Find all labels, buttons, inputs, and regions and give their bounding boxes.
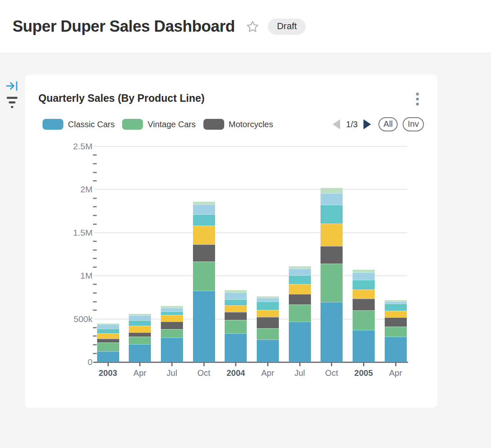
- bar-segment[interactable]: [321, 302, 343, 362]
- y-minor-tick: [93, 180, 97, 181]
- bar-segment[interactable]: [129, 315, 151, 321]
- x-axis-label: 2004: [226, 368, 245, 378]
- bar-segment[interactable]: [193, 262, 215, 291]
- bar-segment[interactable]: [161, 308, 183, 312]
- bar-segment[interactable]: [193, 214, 215, 226]
- bar-segment[interactable]: [353, 272, 375, 280]
- bar-segment[interactable]: [193, 226, 215, 244]
- bar-segment[interactable]: [97, 339, 119, 343]
- bar-segment[interactable]: [289, 294, 311, 305]
- bar-segment[interactable]: [161, 322, 183, 329]
- bar-segment[interactable]: [385, 304, 407, 310]
- bar-segment[interactable]: [97, 324, 119, 329]
- bar-segment[interactable]: [353, 289, 375, 299]
- bar-segment[interactable]: [97, 351, 119, 362]
- y-gridline: [94, 232, 407, 233]
- x-axis-tick: [235, 363, 236, 366]
- bar-segment[interactable]: [353, 310, 375, 330]
- bar-segment[interactable]: [129, 314, 151, 315]
- bar-segment[interactable]: [321, 205, 343, 224]
- bar-segment[interactable]: [385, 317, 407, 327]
- bar-segment[interactable]: [321, 246, 343, 264]
- bar-segment[interactable]: [353, 330, 375, 362]
- bar-segment[interactable]: [257, 340, 279, 362]
- bar-segment[interactable]: [257, 310, 279, 317]
- bar-segment[interactable]: [129, 337, 151, 344]
- bar-segment[interactable]: [225, 300, 247, 305]
- filter-button[interactable]: [5, 96, 19, 109]
- bar-segment[interactable]: [129, 320, 151, 326]
- bar-segment[interactable]: [97, 329, 119, 333]
- y-minor-tick: [93, 258, 97, 259]
- bar-segment[interactable]: [225, 305, 247, 312]
- y-minor-tick: [93, 353, 97, 354]
- bar-segment[interactable]: [257, 317, 279, 328]
- y-axis-label: 0: [25, 357, 93, 367]
- bar-segment[interactable]: [321, 264, 343, 302]
- bar-segment[interactable]: [289, 284, 311, 294]
- bar-segment[interactable]: [289, 305, 311, 322]
- bar-segment[interactable]: [353, 269, 375, 273]
- bar-segment[interactable]: [289, 269, 311, 275]
- x-axis-label: Apr: [261, 368, 274, 378]
- x-axis-tick: [299, 363, 301, 366]
- bar-segment[interactable]: [97, 342, 119, 351]
- bar-segment[interactable]: [321, 224, 343, 246]
- bar-segment[interactable]: [353, 280, 375, 289]
- bar-segment[interactable]: [225, 312, 247, 320]
- page-header: Super Duper Sales Dashboard Draft: [0, 0, 491, 53]
- bar-segment[interactable]: [385, 311, 407, 318]
- x-axis-label: Apr: [389, 368, 402, 378]
- bar-segment[interactable]: [321, 193, 343, 204]
- filter-lines-icon: [6, 96, 18, 109]
- bar-segment[interactable]: [289, 322, 311, 362]
- bar-segment[interactable]: [289, 275, 311, 284]
- y-minor-tick: [93, 284, 97, 285]
- y-axis-label: 1.5M: [25, 227, 93, 238]
- bar-segment[interactable]: [385, 302, 407, 304]
- bar-segment[interactable]: [289, 266, 311, 269]
- y-minor-tick: [93, 292, 97, 294]
- bar-segment[interactable]: [257, 302, 279, 310]
- y-minor-tick: [93, 154, 97, 156]
- bar-segment[interactable]: [385, 327, 407, 337]
- bar-segment[interactable]: [193, 201, 215, 204]
- status-badge[interactable]: Draft: [268, 19, 306, 35]
- bar-segment[interactable]: [161, 306, 183, 308]
- y-minor-tick: [93, 335, 97, 337]
- bar-segment[interactable]: [385, 337, 407, 362]
- bar-segment[interactable]: [129, 344, 151, 362]
- expand-filter-bar-button[interactable]: [5, 79, 19, 93]
- x-axis-tick: [331, 363, 332, 366]
- bar-segment[interactable]: [193, 244, 215, 262]
- bar-segment[interactable]: [193, 291, 215, 362]
- bar-segment[interactable]: [385, 300, 407, 302]
- bar-segment[interactable]: [161, 312, 183, 315]
- favorite-star-button[interactable]: [246, 20, 260, 33]
- x-axis-tick: [108, 363, 109, 366]
- bar-segment[interactable]: [257, 298, 279, 302]
- bar-segment[interactable]: [193, 204, 215, 214]
- bar-segment[interactable]: [97, 323, 119, 324]
- y-axis-label: 500k: [25, 314, 93, 325]
- bar-segment[interactable]: [161, 315, 183, 322]
- bar-segment[interactable]: [161, 329, 183, 337]
- bar-segment[interactable]: [129, 332, 151, 337]
- bar-segment[interactable]: [129, 326, 151, 332]
- bar-segment[interactable]: [225, 333, 247, 362]
- y-minor-tick: [93, 344, 97, 345]
- y-minor-tick: [93, 206, 97, 207]
- bar-segment[interactable]: [353, 299, 375, 310]
- bar-segment[interactable]: [161, 337, 183, 362]
- bar-segment[interactable]: [257, 328, 279, 340]
- bar-segment[interactable]: [97, 333, 119, 339]
- x-axis-tick: [395, 363, 396, 366]
- bar-segment[interactable]: [225, 320, 247, 333]
- x-axis-tick: [203, 363, 205, 366]
- x-axis-label: 2005: [354, 368, 373, 378]
- bar-segment[interactable]: [225, 290, 247, 292]
- arrow-to-bar-icon: [6, 81, 18, 91]
- bar-segment[interactable]: [257, 296, 279, 298]
- bar-segment[interactable]: [225, 292, 247, 300]
- bar-segment[interactable]: [321, 188, 343, 193]
